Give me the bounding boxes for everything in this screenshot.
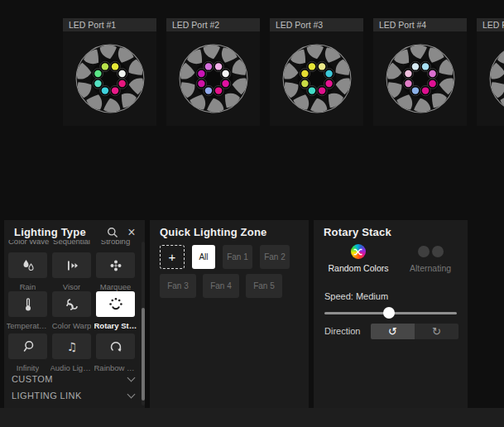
alternating-icon (418, 246, 430, 257)
scrollbar-thumb[interactable] (142, 308, 145, 401)
rotate-ccw-icon[interactable]: ↺ (371, 324, 415, 339)
effect-tile-rainbow-c[interactable] (96, 333, 135, 359)
alternating-icon (432, 246, 444, 257)
rotate-cw-icon[interactable]: ↻ (415, 324, 458, 339)
zone-button-fan-4[interactable]: Fan 4 (203, 274, 239, 298)
rain-icon (20, 257, 36, 274)
effect-tile-label: Temperature (7, 321, 50, 330)
fan-preview (74, 42, 146, 115)
effect-label-clipped: Color Wave (8, 240, 47, 247)
effect-tile-label: Infinity (17, 363, 39, 372)
random-colors-icon (351, 244, 366, 259)
led-port-card[interactable]: LED Port #5 (477, 18, 504, 126)
mode-alternating[interactable]: Alternating (400, 243, 461, 273)
window-bottom-strip (0, 408, 504, 427)
zone-button-fan-1[interactable]: Fan 1 (223, 245, 252, 269)
direction-label: Direction (324, 326, 360, 336)
search-icon[interactable] (106, 226, 119, 239)
audio-lighting-icon: ♫ (64, 338, 80, 355)
quick-lighting-zone-title: Quick Lighting Zone (160, 226, 266, 238)
section-label: CUSTOM (12, 374, 53, 384)
effect-tile-rain[interactable] (8, 252, 47, 278)
led-port-card[interactable]: LED Port #4 (373, 18, 467, 126)
section-lighting-link[interactable]: LIGHTING LINK (12, 389, 137, 402)
fan-preview (177, 42, 250, 115)
effect-tile-label: Audio Light... (50, 363, 94, 372)
led-port-card[interactable]: LED Port #3 (270, 18, 363, 126)
led-port-label: LED Port #2 (166, 18, 260, 31)
lighting-type-panel: Lighting Type × Color WaveSequentialStro… (4, 220, 145, 408)
effect-tile-label: Rain (20, 282, 36, 291)
led-port-label: LED Port #3 (270, 18, 363, 31)
effect-tile-rotary-stack[interactable] (96, 291, 135, 317)
effect-tile-visor[interactable] (52, 252, 91, 278)
led-port-card[interactable]: LED Port #1 (63, 18, 156, 126)
fan-preview (281, 42, 353, 115)
section-label: LIGHTING LINK (12, 391, 82, 401)
effect-tile-label: Rotary Stack (94, 321, 137, 330)
marquee-icon (108, 257, 124, 274)
effect-label-clipped: Strobing (96, 240, 135, 247)
lighting-type-scrollbar[interactable] (142, 242, 145, 405)
close-icon[interactable]: × (125, 226, 138, 239)
visor-icon (64, 257, 80, 274)
zone-button-fan-5[interactable]: Fan 5 (246, 274, 282, 298)
scrolled-effect-labels: Color WaveSequentialStrobing (8, 240, 140, 247)
chevron-down-icon (127, 391, 136, 399)
effect-label-clipped: Sequential (52, 240, 91, 247)
effect-tile-audio-light[interactable]: ♫ (52, 333, 91, 359)
zone-button-all[interactable]: All (192, 245, 215, 269)
led-port-fan-area (477, 31, 504, 126)
led-port-label: LED Port #1 (63, 18, 156, 31)
mode-random-colors[interactable]: Random Colors (320, 243, 396, 273)
quick-lighting-zone-panel: Quick Lighting Zone +AllFan 1Fan 2 Fan 3… (150, 220, 309, 408)
section-custom[interactable]: CUSTOM (12, 372, 137, 386)
zone-button-fan-2[interactable]: Fan 2 (260, 245, 290, 269)
temperature-icon (20, 296, 36, 313)
led-port-label: LED Port #4 (373, 18, 467, 31)
mode-label: Alternating (410, 263, 451, 273)
svg-text:♫: ♫ (66, 340, 77, 353)
infinity-icon (20, 338, 36, 355)
rotary-stack-panel: Rotary Stack Random ColorsAlternating Sp… (314, 220, 468, 408)
led-port-fan-area (373, 31, 467, 126)
color-warp-icon (64, 296, 80, 313)
effect-tile-marquee[interactable] (96, 252, 135, 278)
mode-label: Random Colors (329, 263, 389, 273)
add-zone-button[interactable]: + (160, 245, 185, 269)
fan-preview (384, 42, 457, 115)
effect-tile-color-warp[interactable] (52, 291, 91, 317)
rotary-stack-icon (108, 296, 124, 313)
led-port-fan-area (270, 31, 363, 126)
speed-slider[interactable] (324, 312, 457, 314)
led-port-label: LED Port #5 (477, 18, 504, 31)
effect-tile-label: Marquee (100, 282, 132, 291)
effect-tile-temperature[interactable] (8, 291, 47, 317)
effect-tile-label: Rainbow C... (94, 363, 137, 372)
effect-tile-infinity[interactable] (8, 333, 47, 359)
zone-button-fan-3[interactable]: Fan 3 (160, 274, 196, 298)
fan-preview (487, 42, 504, 115)
icue-lighting-window: LED Port #1 LED Port #2 (0, 0, 504, 427)
led-port-fan-area (63, 31, 156, 126)
led-port-fan-area (166, 31, 260, 126)
speed-label: Speed: Medium (324, 291, 388, 301)
rotary-stack-title: Rotary Stack (324, 226, 391, 238)
speed-slider-thumb[interactable] (383, 307, 395, 319)
chevron-down-icon (127, 374, 136, 382)
rainbow-circle-icon (108, 338, 124, 355)
led-port-card[interactable]: LED Port #2 (166, 18, 260, 126)
direction-toggle-group: ↺↻ (371, 324, 458, 339)
effect-tile-label: Visor (63, 282, 80, 291)
lighting-type-title: Lighting Type (14, 226, 86, 238)
effect-tile-label: Color Warp (52, 321, 92, 330)
